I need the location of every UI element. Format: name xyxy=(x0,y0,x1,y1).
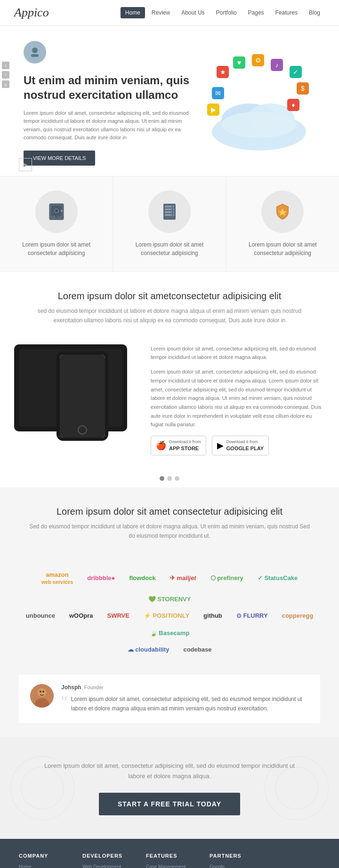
testimonial-section: Johsph, Founder " Lorem ipsum dolor sit … xyxy=(0,670,339,737)
feature-text-3: Lorem ipsum dolor sit amet consectetur a… xyxy=(236,240,330,257)
showcase-text: Lorem ipsum dolor sit amet, consectetur … xyxy=(151,344,325,455)
testimonial-card: Johsph, Founder " Lorem ipsum dolor sit … xyxy=(19,675,320,723)
feature-icon-server xyxy=(148,191,191,233)
testimonial-text: Lorem ipsum dolor sit amet, consectetur … xyxy=(71,696,302,712)
showcase-para1: Lorem ipsum dolor sit amet, consectetur … xyxy=(151,344,325,362)
partners-logos-row2: unbounce wOOpra SWRVE ⚡ POSITIONLY githu… xyxy=(19,610,320,638)
feature-text-1: Lorem ipsum dolor sit amet consectetur a… xyxy=(9,240,103,257)
svg-point-36 xyxy=(171,209,173,210)
svg-point-37 xyxy=(171,212,173,213)
hero-icon-circle-1 xyxy=(24,41,46,64)
section1-heading: Lorem ipsum dolor sit ametconsectetur ad… xyxy=(0,272,339,335)
footer-features: FEATURES Case Management Mobile Agent Mu… xyxy=(146,853,200,868)
hero-cloud-svg: ★ ♥ ⚙ ♪ ✓ $ ✉ ♦ ▶ xyxy=(198,52,320,155)
hero-nav-arrow[interactable]: ▶ xyxy=(19,158,32,171)
appstore-badge[interactable]: 🍎 Download it from APP STORE xyxy=(151,436,206,455)
hero-visual: ★ ♥ ⚙ ♪ ✓ $ ✉ ♦ ▶ xyxy=(193,52,325,155)
svg-point-43 xyxy=(40,691,41,693)
facebook-icon[interactable]: f xyxy=(2,62,9,69)
footer-developers: DEVELOPERS Web Development SEO Marketing… xyxy=(82,853,137,868)
dot-3[interactable] xyxy=(175,476,179,481)
testimonial-content: Johsph, Founder " Lorem ipsum dolor sit … xyxy=(61,684,309,714)
dot-2[interactable] xyxy=(167,476,172,481)
svg-point-27 xyxy=(55,209,58,212)
partners-logos: amazonweb services dribbble● flowdock ✈ … xyxy=(19,569,320,605)
cta-button[interactable]: START A FREE TRIAL TODAY xyxy=(99,793,240,815)
footer-company-heading: COMPANY xyxy=(19,853,73,859)
svg-text:♥: ♥ xyxy=(237,59,241,66)
cloud-visual: ★ ♥ ⚙ ♪ ✓ $ ✉ ♦ ▶ xyxy=(198,52,320,155)
partner-unbounce: unbounce xyxy=(22,610,59,621)
svg-text:✉: ✉ xyxy=(215,89,221,97)
nav-item-about[interactable]: About Us xyxy=(177,7,209,18)
showcase-para2: Lorem ipsum dolor sit amet, consectetur … xyxy=(151,367,325,429)
footer-feat-link-1[interactable]: Case Management xyxy=(146,864,200,868)
nav-item-review[interactable]: Review xyxy=(147,7,175,18)
svg-text:★: ★ xyxy=(220,68,226,76)
store-badges: 🍎 Download it from APP STORE ▶ Download … xyxy=(151,436,325,455)
googleplay-text: Download it from GOOGLE PLAY xyxy=(226,439,264,452)
testimonial-avatar xyxy=(30,684,54,708)
footer-part-link-1[interactable]: Google xyxy=(210,864,264,868)
social-sidebar: f t y xyxy=(0,59,11,91)
footer-company: COMPANY Home Portfolio Pricing Digital M… xyxy=(19,853,73,868)
hero-icons-list xyxy=(24,41,193,64)
partners-logos-row3: ☁ cloudability codebase xyxy=(19,644,320,655)
feature-icon-shield xyxy=(261,191,304,233)
cta-section: Lorem ipsum dolor sit amet, consectetur … xyxy=(0,737,339,839)
partner-statuscake: ✓ StatusCake xyxy=(254,573,301,583)
svg-rect-1 xyxy=(31,54,39,57)
testimonial-author: Johsph, Founder xyxy=(61,684,309,691)
svg-text:✓: ✓ xyxy=(293,68,299,76)
googleplay-badge[interactable]: ▶ Download it from GOOGLE PLAY xyxy=(212,436,269,455)
nav-item-features[interactable]: Features xyxy=(271,7,302,18)
nav: Home Review About Us Portfolio Pages Fea… xyxy=(121,7,325,18)
partner-github: github xyxy=(200,610,226,621)
svg-point-0 xyxy=(32,48,38,53)
feature-item-3: Lorem ipsum dolor sit amet consectetur a… xyxy=(226,176,339,271)
cta-bg-icons xyxy=(0,737,339,839)
svg-text:▶: ▶ xyxy=(211,106,216,113)
hero-cta-button[interactable]: VIEW MORE DETAILS xyxy=(24,151,95,166)
server-icon xyxy=(158,200,181,223)
svg-text:♪: ♪ xyxy=(275,61,279,69)
nav-item-home[interactable]: Home xyxy=(121,7,145,18)
section2-title: Lorem ipsum dolor sit amet consectetur a… xyxy=(28,506,311,517)
partner-positionly: ⚡ POSITIONLY xyxy=(140,610,193,621)
partner-swrve: SWRVE xyxy=(104,610,133,621)
app-showcase: Lorem ipsum dolor sit amet, consectetur … xyxy=(0,335,339,470)
hero-body: Lorem ipsum dolor sit amet, consectetur … xyxy=(24,109,193,142)
carousel-dots xyxy=(0,470,339,487)
section2-heading: Lorem ipsum dolor sit amet consectetur a… xyxy=(0,487,339,550)
youtube-icon[interactable]: y xyxy=(2,80,9,88)
nav-item-blog[interactable]: Blog xyxy=(304,7,325,18)
testimonial-body: " Lorem ipsum dolor sit amet, consectetu… xyxy=(61,694,309,714)
footer: COMPANY Home Portfolio Pricing Digital M… xyxy=(0,839,339,868)
cta-text: Lorem ipsum dolor sit amet, consectetur … xyxy=(38,761,301,781)
section1-subtext: sed do eiusmod tempor incididunt ut labo… xyxy=(28,306,311,326)
svg-point-44 xyxy=(42,691,44,693)
svg-point-29 xyxy=(61,210,63,212)
logo: Appico xyxy=(14,6,49,20)
partner-flurry: ⊙ FLURRY xyxy=(233,610,272,621)
svg-point-5 xyxy=(221,111,297,138)
svg-point-38 xyxy=(171,215,173,216)
nav-item-portfolio[interactable]: Portfolio xyxy=(211,7,242,18)
footer-link-home[interactable]: Home xyxy=(19,864,73,868)
quote-mark: " xyxy=(61,694,67,711)
dot-1[interactable] xyxy=(160,476,164,481)
nav-item-pages[interactable]: Pages xyxy=(243,7,269,18)
twitter-icon[interactable]: t xyxy=(2,71,9,79)
partner-prefinery: ⬡ prefinery xyxy=(207,573,247,583)
svg-point-35 xyxy=(171,206,173,207)
partners-section: amazonweb services dribbble● flowdock ✈ … xyxy=(0,550,339,670)
features-row: Lorem ipsum dolor sit amet consectetur a… xyxy=(0,176,339,272)
header: Appico Home Review About Us Portfolio Pa… xyxy=(0,0,339,26)
hero-icon-1 xyxy=(24,41,193,64)
feature-text-2: Lorem ipsum dolor sit amet consectetur a… xyxy=(122,240,216,257)
feature-item-1: Lorem ipsum dolor sit amet consectetur a… xyxy=(0,176,113,271)
svg-rect-28 xyxy=(56,214,57,218)
footer-features-heading: FEATURES xyxy=(146,853,200,859)
avatar-image xyxy=(30,684,54,708)
footer-dev-link-1[interactable]: Web Development xyxy=(82,864,137,868)
